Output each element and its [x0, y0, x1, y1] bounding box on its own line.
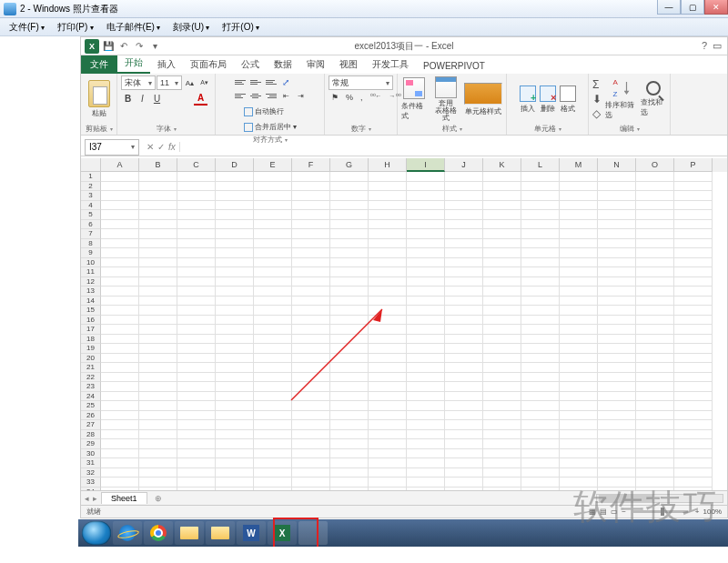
cell[interactable] [560, 335, 598, 345]
tab-developer[interactable]: 开发工具 [365, 55, 416, 74]
cell[interactable] [292, 325, 330, 335]
border-button[interactable] [165, 92, 178, 106]
column-header[interactable]: P [674, 158, 713, 172]
qat-customize-button[interactable]: ▾ [148, 40, 161, 53]
cell[interactable] [177, 344, 216, 354]
row-header[interactable]: 24 [81, 392, 101, 402]
cell[interactable] [598, 277, 636, 287]
cell[interactable] [521, 354, 560, 364]
cell[interactable] [292, 306, 330, 316]
cell[interactable] [598, 439, 636, 449]
row-header[interactable]: 3 [81, 191, 101, 201]
cell[interactable] [636, 316, 674, 326]
cell[interactable] [330, 458, 369, 468]
cell[interactable] [330, 258, 369, 268]
cell[interactable] [636, 430, 674, 440]
cell[interactable] [330, 430, 369, 440]
cell[interactable] [216, 458, 254, 468]
cell[interactable] [101, 210, 139, 220]
cell[interactable] [369, 297, 407, 307]
cell[interactable] [445, 354, 483, 364]
cell[interactable] [636, 325, 674, 335]
cell[interactable] [445, 325, 483, 335]
cell[interactable] [139, 468, 177, 478]
cell[interactable] [598, 373, 636, 383]
cell[interactable] [407, 325, 445, 335]
column-header[interactable]: K [483, 158, 521, 172]
cell[interactable] [445, 430, 483, 440]
align-left-button[interactable] [233, 90, 248, 103]
cell[interactable] [674, 172, 713, 182]
cell[interactable] [177, 182, 216, 192]
cell[interactable] [407, 344, 445, 354]
cell[interactable] [407, 201, 445, 211]
cell[interactable] [369, 182, 407, 192]
cell[interactable] [101, 478, 139, 488]
cell[interactable] [521, 392, 560, 402]
cell[interactable] [483, 325, 521, 335]
cell[interactable] [101, 411, 139, 421]
cell[interactable] [369, 411, 407, 421]
cell[interactable] [445, 401, 483, 411]
cell[interactable] [560, 210, 598, 220]
cell[interactable] [254, 354, 292, 364]
sort-filter-button[interactable]: 排序和筛选 [605, 78, 637, 120]
cell[interactable] [560, 229, 598, 239]
cell[interactable] [292, 478, 330, 488]
cell[interactable] [483, 411, 521, 421]
cell[interactable] [560, 401, 598, 411]
cell[interactable] [674, 411, 713, 421]
cell[interactable] [407, 354, 445, 364]
cell[interactable] [674, 191, 713, 201]
cell[interactable] [177, 191, 216, 201]
cell[interactable] [139, 449, 177, 459]
cell[interactable] [521, 439, 560, 449]
cell[interactable] [254, 439, 292, 449]
cell[interactable] [674, 354, 713, 364]
cell[interactable] [254, 201, 292, 211]
cell[interactable] [254, 335, 292, 345]
cell[interactable] [139, 248, 177, 258]
cell[interactable] [560, 306, 598, 316]
cell[interactable] [483, 248, 521, 258]
cell[interactable] [598, 335, 636, 345]
cell[interactable] [330, 478, 369, 488]
menu-burn[interactable]: 刻录(U) [167, 19, 215, 35]
qat-save-button[interactable]: 💾 [102, 40, 115, 53]
cell[interactable] [636, 354, 674, 364]
column-header[interactable]: G [330, 158, 369, 172]
cell[interactable] [330, 172, 369, 182]
qat-redo-button[interactable]: ↷ [133, 40, 146, 53]
row-header[interactable]: 26 [81, 411, 101, 421]
cell[interactable] [483, 401, 521, 411]
cell[interactable] [445, 267, 483, 277]
taskbar-ie[interactable] [113, 521, 142, 545]
cell[interactable] [177, 201, 216, 211]
cell[interactable] [216, 306, 254, 316]
cell[interactable] [483, 191, 521, 201]
row-header[interactable]: 13 [81, 287, 101, 297]
cell[interactable] [483, 306, 521, 316]
cell[interactable] [254, 239, 292, 249]
cell[interactable] [177, 316, 216, 326]
cell[interactable] [674, 401, 713, 411]
align-top-button[interactable] [233, 76, 248, 89]
autosum-button[interactable]: Σ [592, 78, 602, 91]
normal-view-button[interactable]: ▦ [589, 508, 596, 516]
cell[interactable] [560, 287, 598, 297]
cell[interactable] [292, 420, 330, 430]
tab-view[interactable]: 视图 [332, 55, 365, 74]
cell[interactable] [483, 335, 521, 345]
cell[interactable] [330, 325, 369, 335]
number-format-dropdown[interactable]: 常规 [329, 75, 393, 90]
cell[interactable] [369, 172, 407, 182]
cell[interactable] [292, 382, 330, 392]
cell[interactable] [254, 316, 292, 326]
cell[interactable] [369, 430, 407, 440]
cell[interactable] [292, 430, 330, 440]
cell[interactable] [445, 478, 483, 488]
cell[interactable] [445, 172, 483, 182]
cell[interactable] [216, 258, 254, 268]
cell[interactable] [674, 458, 713, 468]
cell[interactable] [521, 210, 560, 220]
